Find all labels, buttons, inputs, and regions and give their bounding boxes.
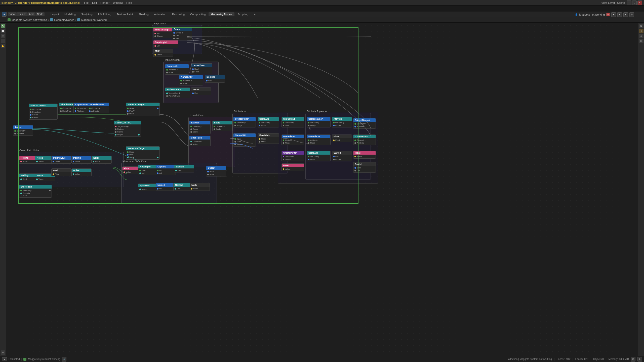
mode-selector[interactable]: ▾ [2, 357, 7, 361]
node-msc-6[interactable]: Math Float [190, 183, 210, 191]
settings-btn[interactable]: ⚙ [629, 12, 634, 17]
node-far-right-1[interactable]: StoredNameA Geometry Attribute [353, 118, 376, 129]
menu-file[interactable]: File [83, 1, 90, 5]
node-far-right-4[interactable]: Switch Bool Out [353, 162, 376, 173]
node-steplenght[interactable]: Steplenght Min [153, 40, 178, 48]
node-lessthan[interactable]: LesseThan Bool Float [191, 63, 212, 74]
tab-scripting[interactable]: Scripting [235, 12, 251, 16]
right-tool-3[interactable]: ◈ [639, 34, 643, 38]
tab-geometry-nodes[interactable]: Geometry Nodes [209, 12, 234, 16]
node-mid-chain-2[interactable]: NamedAttr Attribute Float [281, 134, 304, 145]
node-mid-chain-1[interactable]: SimOutput Geometry Data [281, 117, 304, 127]
right-tool-2[interactable]: ★ [639, 29, 643, 33]
node-attr-age-1[interactable]: AttrAge Geometry Output [332, 117, 352, 127]
node-msc-3[interactable]: Sample Float [174, 165, 194, 172]
node-far-right-3[interactable]: Float Value [353, 151, 376, 159]
tool-move[interactable]: ✛ [1, 39, 5, 43]
add-menu[interactable]: Add [27, 12, 35, 16]
node-store-attr-2[interactable]: StoreAttr Geometry Batch [307, 151, 331, 161]
node-named-attr-age[interactable]: NamedAttr Attribute Float [307, 134, 331, 145]
status-faces2: Faces2:029 [575, 358, 588, 360]
node-float-math[interactable]: FloatMath Float Math [258, 133, 279, 144]
node-active-material[interactable]: ActiveMaterial VectorCoord PointToFace [165, 87, 190, 98]
maximize-btn[interactable]: □ [632, 1, 637, 5]
tab-animation[interactable]: Animation [152, 12, 169, 16]
node-msc-4[interactable]: Named Val [156, 183, 176, 191]
node-stored-named-1[interactable]: StoredNameA Geometry Image [307, 117, 331, 127]
node-boolean-1[interactable]: Boolean Bool [205, 75, 225, 83]
node-cpn-3[interactable]: PollingBlue Value [51, 156, 71, 164]
render-btn[interactable]: ▶ [611, 12, 616, 17]
tab-layout[interactable]: Layout [48, 12, 61, 16]
status-link-icon[interactable]: 🔗 [62, 357, 66, 361]
breadcrumb-item-1[interactable]: Maggots System not working [12, 18, 47, 21]
node-math-1[interactable]: Math Value [153, 49, 173, 57]
node-switch[interactable]: Switch Bool Output [332, 151, 352, 161]
node-far-right-2[interactable]: CreatePtAttr Geometry Attribute [353, 134, 376, 145]
close-btn[interactable]: ✕ [637, 1, 642, 5]
node-extrude-1[interactable]: Extrude Geometry Top A Scale [189, 121, 211, 134]
node-stored-attr[interactable]: StoredNameA... Geometry Attribute [88, 103, 109, 113]
node-source-points[interactable]: Source Points Geometry Selection Create … [29, 104, 58, 120]
tool-lasso[interactable]: ◌ [1, 34, 5, 38]
select-menu[interactable]: Select [17, 12, 27, 16]
right-tool-1[interactable]: N [639, 24, 643, 28]
viewport-overlay-btn[interactable]: ⊞ [631, 357, 635, 361]
node-mid-chain-4[interactable]: Float Value [281, 163, 304, 171]
node-create-point-attr[interactable]: CreatePointA Geometry Image [233, 117, 256, 127]
menu-help[interactable]: Help [125, 1, 134, 5]
scene-label[interactable]: Scene [617, 1, 625, 4]
node-scale[interactable]: Scale Geometry Scale [212, 121, 232, 131]
node-cpn-6[interactable]: Noise Value [71, 168, 92, 176]
node-cpn-7[interactable]: Noise Value [92, 156, 112, 164]
node-msc-2[interactable]: Capture Geo Attr [156, 165, 176, 175]
node-vector-1[interactable]: Vector End [191, 87, 211, 95]
node-msc-sync[interactable]: SyncPath Value [138, 184, 158, 191]
tab-texture-paint[interactable]: Texture Paint [114, 12, 135, 16]
gizmo-btn[interactable]: ✛ [637, 357, 642, 361]
node-store-attr-top[interactable]: StoreAttr Geometry Batch [258, 117, 279, 127]
menu-render[interactable]: Render [99, 1, 111, 5]
tab-shading[interactable]: Shading [136, 12, 151, 16]
tab-uv[interactable]: UV Editing [96, 12, 114, 16]
stop-btn[interactable]: ✕ [623, 12, 628, 17]
breadcrumb-item-3[interactable]: Maggots not working [81, 18, 107, 21]
right-tool-4[interactable]: ⊞ [639, 39, 643, 43]
node-menu[interactable]: Node [35, 12, 45, 16]
pause-btn[interactable]: ⏸ [617, 12, 622, 17]
tool-select[interactable]: ↖ [1, 24, 5, 28]
tool-annotation[interactable]: ✏ [1, 350, 5, 355]
view-layer-label[interactable]: View Layer [601, 1, 615, 4]
node-named-attr-1[interactable]: NamedAttr Attribute A None [165, 64, 189, 75]
tool-box-select[interactable]: ⬜ [1, 29, 5, 33]
tool-pan[interactable]: ✋ [1, 44, 5, 48]
menu-window[interactable]: Window [111, 1, 124, 5]
group-label-msc: Movement Sync Creep [123, 160, 148, 163]
node-cpn-5[interactable]: Polling Value [71, 156, 92, 164]
node-extrude-2[interactable]: Char Face CharFace Value [189, 136, 211, 146]
node-vector-to-target[interactable]: Vector to Target Scale Pos T Value [126, 103, 160, 116]
tab-modeling[interactable]: Modeling [62, 12, 78, 16]
node-factor-targetion[interactable]: Factor_to Tar... TargetRange Radius Clam… [114, 121, 141, 137]
node-named-attr-2[interactable]: NamedAttr Attribute A None [179, 75, 203, 85]
breadcrumb-item-2[interactable]: GeometryNodes [54, 18, 74, 21]
node-clamp-1[interactable]: Select Divide a Min Mul [172, 27, 192, 40]
menu-edit[interactable]: Edit [91, 1, 98, 5]
node-cpn-4[interactable]: Math Float [51, 168, 71, 176]
add-workspace-btn[interactable]: + [251, 12, 258, 16]
node-editor-canvas[interactable]: Stepcontrol Top Selection ExtrudeCreep A… [6, 23, 638, 356]
node-named-attr-top[interactable]: NamedAttr Float Math Switch [233, 133, 256, 147]
node-vector-on-target[interactable]: Vector on Target Scale Pos T Value [126, 146, 160, 160]
view-menu[interactable]: View [8, 12, 17, 16]
node-msc-output[interactable]: Output Bool Real [206, 166, 226, 176]
minimize-btn[interactable]: ─ [627, 1, 631, 5]
tab-rendering[interactable]: Rendering [169, 12, 187, 16]
node-mid-chain-3[interactable]: CreatePtAttr Geometry Output [281, 151, 304, 161]
tab-compositing[interactable]: Compositing [188, 12, 208, 16]
editor-type-icon[interactable]: ◈ [2, 12, 7, 17]
node-target[interactable]: Target Geometry Subdivis... [13, 125, 33, 136]
node-cpn-store[interactable]: StoreProp Geometry Security • Value [19, 185, 52, 198]
tab-sculpting[interactable]: Sculpting [79, 12, 95, 16]
node-float-2[interactable]: Float Float [332, 134, 352, 142]
node-msc-1[interactable]: Resample Geo Val [138, 165, 158, 175]
